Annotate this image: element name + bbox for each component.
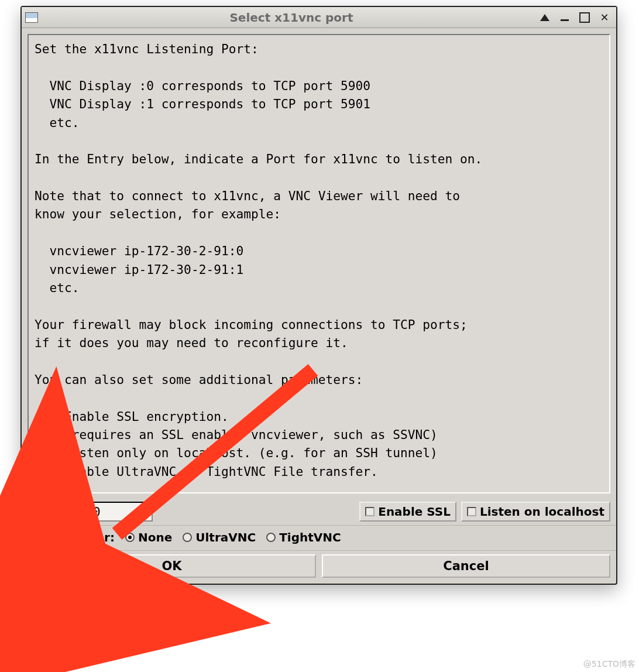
- enable-ssl-label: Enable SSL: [378, 505, 451, 519]
- dialog-window: Select x11vnc port Set the x11vnc Listen…: [20, 6, 617, 585]
- port-row: Port: Enable SSL Listen on localhost: [22, 499, 616, 525]
- radio-label: UltraVNC: [195, 530, 256, 544]
- close-icon[interactable]: [599, 12, 610, 23]
- radio-label: None: [138, 530, 172, 544]
- listen-localhost-checkbox[interactable]: Listen on localhost: [461, 502, 610, 522]
- maximize-icon[interactable]: [579, 12, 590, 23]
- listen-localhost-label: Listen on localhost: [480, 505, 604, 519]
- window-icon: [25, 12, 38, 23]
- port-input[interactable]: [65, 502, 153, 522]
- file-transfer-row: File Transfer: None UltraVNC TightVNC: [22, 525, 616, 550]
- enable-ssl-checkbox[interactable]: Enable SSL: [359, 502, 456, 522]
- window-title: Select x11vnc port: [44, 11, 539, 25]
- file-transfer-label: File Transfer:: [28, 530, 115, 544]
- radio-label: TightVNC: [279, 530, 341, 544]
- radio-icon: [266, 533, 276, 542]
- port-label: Port:: [28, 505, 60, 519]
- minimize-icon[interactable]: [559, 12, 571, 23]
- watermark: @51CTO博客: [583, 659, 635, 670]
- cancel-button[interactable]: Cancel: [322, 554, 610, 578]
- description-panel: Set the x11vnc Listening Port: VNC Displ…: [28, 34, 610, 493]
- titlebar: Select x11vnc port: [22, 7, 616, 28]
- window-controls: [539, 12, 613, 23]
- ok-button[interactable]: OK: [28, 554, 316, 578]
- file-transfer-radio-none[interactable]: None: [125, 530, 172, 544]
- checkbox-icon: [467, 507, 476, 516]
- description-text: Set the x11vnc Listening Port: VNC Displ…: [35, 40, 603, 481]
- rollup-icon[interactable]: [539, 12, 551, 23]
- radio-icon: [125, 533, 135, 542]
- file-transfer-radio-tightvnc[interactable]: TightVNC: [266, 530, 341, 544]
- radio-icon: [183, 533, 192, 542]
- file-transfer-radio-ultravnc[interactable]: UltraVNC: [183, 530, 256, 544]
- checkbox-icon: [365, 507, 375, 516]
- button-row: OK Cancel: [22, 550, 616, 584]
